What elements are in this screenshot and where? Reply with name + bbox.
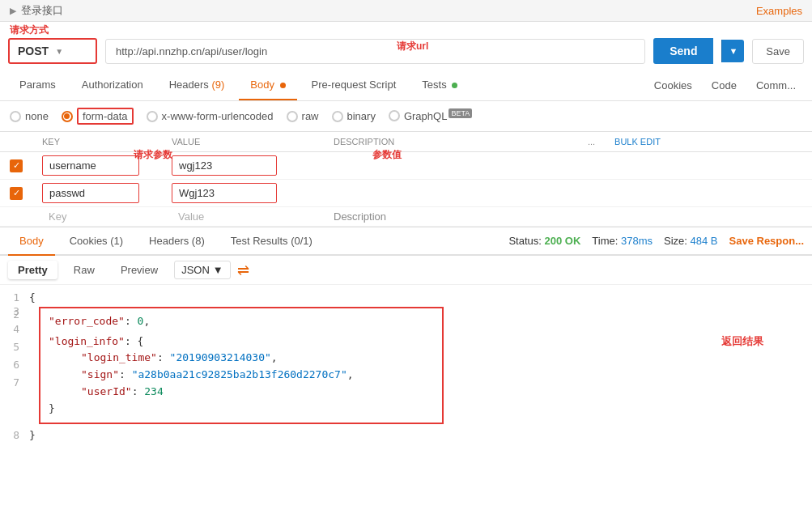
method-arrow-icon: ▼ bbox=[55, 47, 63, 56]
code-area: 返回结果 1 { 2 "error_code": 0, "login_info"… bbox=[0, 285, 812, 448]
row2-value-cell bbox=[162, 180, 324, 207]
beta-badge: BETA bbox=[449, 108, 472, 118]
url-input[interactable] bbox=[105, 39, 645, 64]
tab-body[interactable]: Body bbox=[239, 70, 296, 100]
placeholder-value-cell: Value bbox=[162, 207, 324, 227]
params-table-area: 请求参数 参数值 KEY VALUE DESCRIPTION ... Bulk … bbox=[0, 132, 812, 227]
table-row bbox=[0, 180, 812, 207]
fmt-pretty-button[interactable]: Pretty bbox=[8, 261, 57, 279]
row2-description bbox=[324, 180, 578, 207]
size-value: 484 B bbox=[691, 235, 718, 247]
option-urlencoded-label: x-www-form-urlencoded bbox=[162, 110, 274, 122]
arrow-right-icon: ▶ bbox=[10, 6, 16, 16]
option-form-data-label: form-data bbox=[77, 108, 134, 125]
save-button[interactable]: Save bbox=[752, 39, 804, 64]
row1-value-input[interactable] bbox=[172, 155, 277, 176]
resp-tab-body[interactable]: Body bbox=[8, 227, 55, 256]
status-value: 200 OK bbox=[545, 235, 581, 247]
code-content-8: } bbox=[29, 427, 812, 444]
right-tabs: Cookies Code Comm... bbox=[646, 71, 804, 100]
option-graphql[interactable]: GraphQLBETA bbox=[389, 109, 472, 122]
save-response-button[interactable]: Save Respon... bbox=[729, 235, 804, 247]
format-bar: Pretty Raw Preview JSON ▼ ⇌ bbox=[0, 256, 812, 285]
tab-prerequest[interactable]: Pre-request Script bbox=[300, 70, 408, 100]
json-select[interactable]: JSON ▼ bbox=[174, 261, 231, 279]
placeholder-desc-cell: Description bbox=[324, 207, 578, 227]
resp-tab-headers[interactable]: Headers (8) bbox=[138, 227, 216, 256]
row1-key-input[interactable] bbox=[42, 155, 139, 176]
line-num-5: 5 bbox=[0, 339, 29, 356]
row2-checkbox-cell bbox=[0, 180, 32, 207]
main-tabs: Params Authorization Headers (9) Body Pr… bbox=[0, 70, 812, 101]
row2-checkbox[interactable] bbox=[10, 187, 23, 200]
wrap-icon[interactable]: ⇌ bbox=[237, 261, 249, 279]
row1-key-cell bbox=[32, 152, 162, 180]
body-options: none form-data x-www-form-urlencoded raw… bbox=[0, 101, 812, 132]
radio-raw bbox=[287, 111, 298, 122]
tab-tests[interactable]: Tests bbox=[410, 70, 469, 100]
line-num-3: 3 bbox=[0, 304, 29, 321]
code-line-1: 1 { bbox=[0, 290, 812, 307]
json-label: JSON bbox=[181, 264, 210, 276]
fmt-raw-button[interactable]: Raw bbox=[64, 261, 104, 279]
option-graphql-label: GraphQLBETA bbox=[404, 109, 472, 122]
radio-graphql bbox=[389, 110, 400, 121]
code-content-1: { bbox=[29, 290, 812, 307]
response-tabs: Body Cookies (1) Headers (8) Test Result… bbox=[0, 227, 812, 256]
login-interface-label: 登录接口 bbox=[21, 3, 63, 18]
description-placeholder: Description bbox=[334, 210, 386, 223]
col-bulk: Bulk Edit bbox=[605, 132, 812, 152]
resp-tab-cookies[interactable]: Cookies (1) bbox=[58, 227, 134, 256]
tab-headers[interactable]: Headers (9) bbox=[158, 70, 236, 100]
row2-more bbox=[578, 180, 605, 207]
method-select[interactable]: POST ▼ bbox=[8, 38, 97, 64]
method-value: POST bbox=[18, 45, 49, 57]
row2-key-input[interactable] bbox=[42, 183, 139, 203]
comm-link[interactable]: Comm... bbox=[748, 71, 804, 100]
response-status: Status: 200 OK Time: 378ms Size: 484 B S… bbox=[508, 235, 804, 247]
option-none[interactable]: none bbox=[10, 110, 49, 122]
option-form-data[interactable]: form-data bbox=[62, 108, 134, 125]
value-placeholder: Value bbox=[172, 207, 210, 226]
time-value: 378ms bbox=[621, 235, 653, 247]
option-raw-label: raw bbox=[302, 110, 319, 122]
tab-authorization[interactable]: Authorization bbox=[70, 70, 155, 100]
row1-bulk bbox=[605, 152, 812, 180]
option-raw[interactable]: raw bbox=[287, 110, 319, 122]
tests-dot bbox=[452, 83, 457, 88]
option-binary-label: binary bbox=[347, 110, 376, 122]
line-num-7: 7 bbox=[0, 375, 29, 392]
top-nav: ▶ 登录接口 Examples bbox=[0, 0, 812, 22]
cookies-link[interactable]: Cookies bbox=[646, 71, 700, 100]
row1-more bbox=[578, 152, 605, 180]
status-label: Status: 200 OK bbox=[508, 235, 580, 247]
radio-urlencoded bbox=[147, 111, 158, 122]
tab-params[interactable]: Params bbox=[8, 70, 67, 100]
placeholder-bulk bbox=[605, 207, 812, 227]
fmt-preview-button[interactable]: Preview bbox=[111, 261, 168, 279]
option-binary[interactable]: binary bbox=[332, 110, 376, 122]
code-line-8: 8 } bbox=[0, 427, 812, 444]
send-button[interactable]: Send bbox=[653, 38, 713, 64]
row1-checkbox[interactable] bbox=[10, 159, 23, 172]
radio-form-data bbox=[62, 111, 73, 122]
row1-value-cell bbox=[162, 152, 324, 180]
send-arrow-button[interactable]: ▼ bbox=[721, 40, 744, 62]
col-more: ... bbox=[578, 132, 605, 152]
placeholder-more bbox=[578, 207, 605, 227]
line-num-8: 8 bbox=[0, 427, 29, 444]
code-link[interactable]: Code bbox=[704, 71, 745, 100]
url-bar: 请求方式 POST ▼ 请求url Send ▼ Save bbox=[0, 22, 812, 70]
row2-value-input[interactable] bbox=[172, 183, 277, 203]
examples-link[interactable]: Examples bbox=[756, 5, 802, 17]
annotation-method: 请求方式 bbox=[10, 23, 49, 37]
code-content-2: "error_code": 0, "login_info": { "login_… bbox=[39, 307, 812, 424]
time-label: Time: 378ms bbox=[592, 235, 653, 247]
row2-key-cell bbox=[32, 180, 162, 207]
option-urlencoded[interactable]: x-www-form-urlencoded bbox=[147, 110, 274, 122]
resp-tab-testresults[interactable]: Test Results (0/1) bbox=[219, 227, 324, 256]
key-placeholder: Key bbox=[42, 207, 73, 226]
radio-none bbox=[10, 111, 21, 122]
table-row bbox=[0, 152, 812, 180]
body-dot bbox=[280, 83, 286, 88]
